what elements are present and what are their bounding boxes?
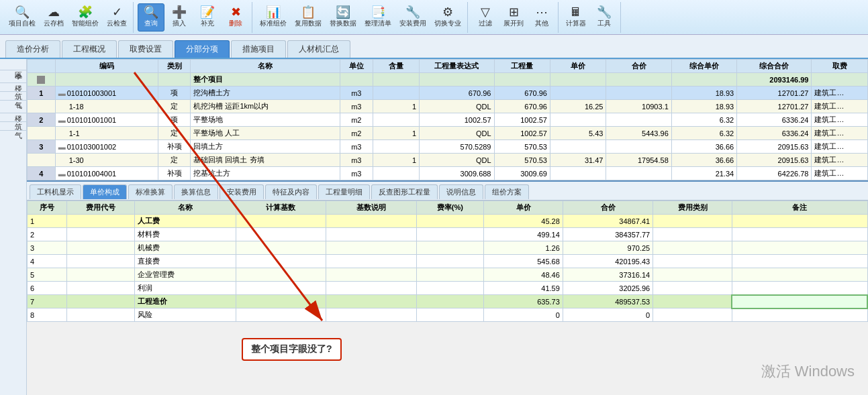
sidebar-item-3[interactable]: 筑: [0, 83, 26, 92]
tab-labor-summary[interactable]: 人材机汇总: [287, 40, 350, 58]
lower-col-type: 费用类别: [653, 201, 732, 215]
tab-project-overview[interactable]: 工程概况: [62, 40, 117, 58]
table-row[interactable]: 1-1 定 平整场地 人工 m2 1 QDL 1002.57 5.43 5443…: [28, 127, 868, 140]
lower-cell: [653, 295, 732, 308]
sidebar-item-5[interactable]: #楼: [0, 101, 26, 113]
reuse-data-button[interactable]: 📋 复用数据: [291, 3, 325, 32]
lower-col-base: 计算基数: [236, 201, 326, 215]
row-2-sub-comtotal: 6336.24: [737, 127, 812, 140]
sidebar-item-7[interactable]: 气: [0, 122, 26, 131]
install-cost-button[interactable]: 🔧 安装费用: [396, 3, 430, 32]
lower-cell: [653, 255, 732, 268]
insert-button[interactable]: ➕ 插入: [166, 3, 193, 32]
cloud-archive-button[interactable]: ☁ 云存档: [40, 3, 67, 32]
tab-sections[interactable]: 分部分项: [175, 40, 230, 58]
lower-cell: [66, 268, 134, 282]
row-3-name: 回填土方: [191, 140, 340, 154]
lower-cell: [653, 308, 732, 322]
row-1-qty: [373, 87, 420, 100]
lower-table-row[interactable]: 8风险00: [28, 308, 868, 322]
table-row[interactable]: 1 ▬010101003001 项 挖沟槽土方 m3 670.96 670.96…: [28, 87, 868, 100]
table-row[interactable]: 1-18 定 机挖沟槽 运距1km以内 m3 1 QDL 670.96 16.2…: [28, 100, 868, 113]
row-1-unit: m3: [340, 87, 373, 100]
lower-tab-standard-calc[interactable]: 标准换算: [128, 184, 173, 199]
lower-cell: [236, 215, 326, 228]
project-check-button[interactable]: 🔍 项目自检: [5, 3, 39, 32]
lower-tab-labor[interactable]: 工料机显示: [30, 184, 81, 199]
smart-pricing-button[interactable]: 🧩 智能组价: [68, 3, 102, 32]
sidebar-item-1[interactable]: 小区: [0, 62, 26, 70]
nav-tabs-bar: 造价分析 工程概况 取费设置 分部分项 措施项目 人材机汇总: [0, 35, 868, 59]
row-2-sub-total: 5443.96: [606, 127, 671, 140]
lower-tab-pricing-plan[interactable]: 组价方案: [485, 184, 529, 199]
standard-pricing-button[interactable]: 📊 标准组价: [256, 3, 290, 32]
table-row-total[interactable]: 整个项目 2093146.99: [28, 73, 868, 87]
lower-tab-unit-price[interactable]: 单价构成: [83, 184, 127, 199]
sidebar-item-6[interactable]: 筑: [0, 113, 26, 122]
tools-button[interactable]: 🔧 工具: [591, 3, 618, 32]
lower-cell: 0: [563, 308, 653, 322]
more-icon: ⋯: [536, 6, 548, 18]
upper-table-container[interactable]: 编码 类别 名称 单位 含量 工程量表达式 工程量 单价 合价 综合单价 综合合…: [27, 59, 868, 182]
col-header-unit: 单位: [340, 60, 373, 73]
lower-table-row[interactable]: 7工程造价635.73489537.53: [28, 295, 868, 308]
col-header-expr: 工程量表达式: [420, 60, 494, 73]
organize-list-button[interactable]: 📑 整理清单: [361, 3, 395, 32]
calculator-button[interactable]: 🖩 计算器: [563, 3, 589, 32]
other-button[interactable]: ⋯ 其他: [528, 3, 555, 32]
switch-specialty-button[interactable]: ⚙ 切换专业: [431, 3, 465, 32]
lower-cell: [653, 228, 732, 241]
row-3-price: [550, 140, 606, 154]
table-row[interactable]: 1-30 定 基础回填 回填土 夯填 m3 1 QDL 570.53 31.47…: [28, 154, 868, 167]
table-row[interactable]: 3 ▬010103001002 补项 回填土方 m3 570.5289 570.…: [28, 140, 868, 154]
lower-cell: [653, 241, 732, 255]
replace-data-button[interactable]: 🔄 替换数据: [326, 3, 360, 32]
tab-cost-analysis[interactable]: 造价分析: [5, 40, 60, 58]
row-2-total: [606, 113, 671, 127]
row-2-type: 项: [158, 113, 191, 127]
lower-tab-reverse-check[interactable]: 反查图形工程量: [371, 184, 438, 199]
sidebar-item-4[interactable]: 气: [0, 92, 26, 101]
col-header-fee: 取费: [812, 60, 868, 73]
lower-cell: 利润: [134, 282, 236, 295]
lower-cell: 机械费: [134, 241, 236, 255]
lower-table-row[interactable]: 2材料费499.14384357.77: [28, 228, 868, 241]
lower-tab-features[interactable]: 特征及内容: [265, 184, 317, 199]
table-row[interactable]: 2 ▬010101001001 项 平整场地 m2 1002.57 1002.5…: [28, 113, 868, 127]
search-icon: 🔍: [144, 6, 158, 18]
toolbar-group-3: 📊 标准组价 📋 复用数据 🔄 替换数据 📑 整理清单 🔧 安装费用 ⚙ 切换专…: [254, 2, 468, 33]
lower-cell: [732, 255, 867, 268]
lower-tab-convert-info[interactable]: 换算信息: [174, 184, 218, 199]
lower-tab-notes[interactable]: 说明信息: [439, 184, 483, 199]
lower-tab-install-cost[interactable]: 安装费用: [220, 184, 264, 199]
row-2-seq: 2: [28, 113, 56, 127]
tab-fee-settings[interactable]: 取费设置: [118, 40, 173, 58]
row-2-work: 1002.57: [494, 113, 550, 127]
row-2-sub-seq: [28, 127, 56, 140]
cloud-check-button[interactable]: ✓ 云检查: [103, 3, 130, 32]
query-button[interactable]: 🔍 查询: [138, 3, 164, 32]
row-1-price: [550, 87, 606, 100]
supplement-button[interactable]: 📝 补充: [194, 3, 221, 32]
lower-col-seq: 序号: [28, 201, 67, 215]
lower-tab-qty-detail[interactable]: 工程量明细: [318, 184, 370, 199]
lower-cell: [236, 255, 326, 268]
lower-table-container[interactable]: 序号 费用代号 名称 计算基数 基数说明 费率(%) 单价 合价 费用类别 备注…: [27, 201, 868, 395]
row-2-sub-fee: 建筑工…: [812, 127, 868, 140]
sidebar-item-2[interactable]: #楼: [0, 70, 26, 83]
expand-to-button[interactable]: ⊞ 展开到: [500, 3, 527, 32]
lower-table-row[interactable]: 3机械费1.26970.25: [28, 241, 868, 255]
lower-table-row[interactable]: 5企业管理费48.4637316.14: [28, 268, 868, 282]
row-3-comtotal: 20915.63: [737, 140, 812, 154]
tab-measures[interactable]: 措施项目: [231, 40, 286, 58]
filter-button[interactable]: ▽ 过滤: [472, 3, 499, 32]
delete-button[interactable]: ✖ 删除: [222, 3, 249, 32]
upper-table: 编码 类别 名称 单位 含量 工程量表达式 工程量 单价 合价 综合单价 综合合…: [27, 59, 868, 180]
lower-table-row[interactable]: 1人工费45.2834867.41: [28, 215, 868, 228]
row-3-fee: 建筑工…: [812, 140, 868, 154]
lower-table-row[interactable]: 4直接费545.68420195.43: [28, 255, 868, 268]
row-3-sub-unit: m3: [340, 154, 373, 167]
row-1-sub-qty: 1: [373, 100, 420, 113]
lower-table-row[interactable]: 6利润41.5932025.96: [28, 282, 868, 295]
table-row[interactable]: 4 ▬010101004001 补项 挖基坑土方 m3 3009.688 300…: [28, 167, 868, 180]
